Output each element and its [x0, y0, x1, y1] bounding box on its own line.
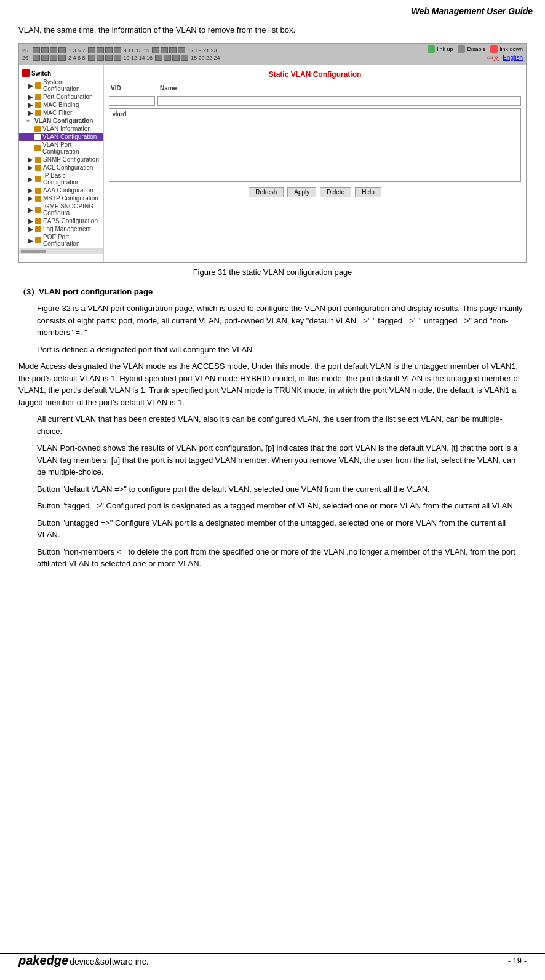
sidebar-item-vlan-info[interactable]: VLAN Information — [19, 125, 103, 133]
port-icon — [33, 55, 40, 61]
brand-rest: device&software inc. — [70, 957, 148, 966]
name-input[interactable] — [157, 96, 521, 106]
expand-icon: ▼ — [25, 118, 31, 124]
port-grid: 25 1 3 5 7 9 11 13 15 17 19 21 23 — [22, 47, 221, 61]
sidebar-scroll-area — [19, 248, 103, 254]
sidebar-item-acl[interactable]: ▶ ACL Configuration — [19, 164, 103, 172]
sidebar-item-mstp[interactable]: ▶ MSTP Configuration — [19, 194, 103, 202]
sidebar-item-vlan-port-config[interactable]: VLAN Port Configuration — [19, 141, 103, 156]
sidebar-label: VLAN Information — [42, 125, 91, 132]
lang-en-button[interactable]: English — [503, 54, 523, 63]
sidebar-label: SNMP Configuration — [43, 156, 99, 163]
port-icon — [169, 47, 177, 53]
section-para-4: VLAN Port-owned shows the results of VLA… — [37, 442, 527, 478]
sidebar-item-aaa[interactable]: ▶ AAA Configuration — [19, 186, 103, 194]
sidebar-item-log[interactable]: ▶ Log Management — [19, 225, 103, 233]
link-down-label: link down — [499, 46, 523, 52]
port-icon — [181, 55, 188, 61]
folder-icon — [35, 218, 41, 224]
expand-icon: ▶ — [28, 207, 33, 213]
port-icon — [178, 47, 185, 53]
right-panel: Static VLAN Configuration VID Name vlan1 — [104, 65, 526, 262]
folder-icon — [35, 165, 41, 171]
disable-label: Disable — [467, 46, 485, 52]
sidebar-label: VLAN Port Configuration — [42, 141, 100, 155]
port-icon — [155, 55, 162, 61]
disable-icon — [458, 45, 465, 53]
sidebar-item-port-config[interactable]: ▶ Port Configuration — [19, 93, 103, 101]
page-icon — [34, 134, 41, 140]
folder-icon — [35, 102, 41, 108]
page-icon — [34, 126, 41, 132]
help-button[interactable]: Help — [355, 187, 381, 197]
port-icon — [172, 55, 180, 61]
expand-icon: ▶ — [28, 82, 33, 89]
sidebar-item-snmp[interactable]: ▶ SNMP Configuration — [19, 156, 103, 164]
scrollbar-thumb[interactable] — [21, 250, 46, 253]
expand-icon: ▶ — [28, 101, 33, 108]
col-vid-header: VID — [109, 84, 158, 93]
expand-icon: ▶ — [28, 237, 33, 244]
section-para-0: Figure 32 is a VLAN port configuration p… — [37, 302, 527, 339]
sidebar-item-vlan-config[interactable]: VLAN Configuration — [19, 133, 103, 141]
sidebar-label: Port Configuration — [43, 93, 93, 100]
nav-right-panel: link up Disable link down 中文 English — [428, 45, 523, 63]
vlan-list-box[interactable]: vlan1 — [109, 108, 521, 182]
apply-button[interactable]: Apply — [287, 187, 316, 197]
section-para-7: Button "untagged =>" Configure VLAN port… — [37, 517, 527, 541]
section-para-1: Port is defined a designated port that w… — [37, 344, 527, 356]
section-number: （3） — [18, 287, 39, 296]
sidebar-item-mac-filter[interactable]: ▶ MAC Filter — [19, 109, 103, 117]
folder-icon — [35, 237, 41, 243]
folder-icon — [35, 157, 41, 163]
link-down-icon — [490, 45, 498, 53]
col-name-header: Name — [158, 84, 521, 93]
sidebar-item-poe[interactable]: ▶ POE Port Configuration — [19, 233, 103, 248]
scrollbar[interactable] — [19, 248, 103, 254]
expand-icon: ▶ — [28, 109, 33, 116]
expand-icon: ▶ — [28, 156, 33, 163]
link-up-status: link up — [428, 45, 453, 53]
sidebar-title: Switch — [31, 70, 51, 77]
brand-pakedge: pakedge — [18, 954, 68, 968]
delete-button[interactable]: Delete — [320, 187, 351, 197]
sidebar-label: MAC Filter — [43, 109, 72, 116]
vlan-list-item[interactable]: vlan1 — [111, 110, 519, 118]
port-icon — [114, 55, 121, 61]
sidebar-item-mac-binding[interactable]: ▶ MAC Binding — [19, 101, 103, 109]
button-row: Refresh Apply Delete Help — [109, 187, 521, 197]
switch-icon — [22, 69, 30, 77]
screenshot-main: Switch ▶ System Configuration ▶ Port Con… — [19, 65, 526, 262]
footer-logo: pakedge device&software inc. — [18, 954, 149, 968]
input-row — [109, 96, 521, 106]
expand-icon: ▶ — [28, 176, 33, 183]
vid-input[interactable] — [109, 96, 155, 106]
page-footer: pakedge device&software inc. - 19 - — [0, 953, 545, 968]
port-icon — [105, 55, 113, 61]
sidebar-item-eaps[interactable]: ▶ EAPS Configuration — [19, 217, 103, 225]
folder-icon — [35, 196, 41, 202]
sidebar-item-system-config[interactable]: ▶ System Configuration — [19, 78, 103, 93]
port-icon — [41, 55, 49, 61]
sidebar-item-ip-basic[interactable]: ▶ IP Basic Configuration — [19, 172, 103, 186]
expand-icon: ▶ — [28, 187, 33, 194]
link-up-label: link up — [437, 46, 453, 52]
port-icon — [50, 55, 57, 61]
language-buttons: 中文 English — [487, 54, 523, 63]
sidebar-item-igmp[interactable]: ▶ IGMP SNOOPING Configura — [19, 202, 103, 217]
page-header: Web Management User Guide — [0, 0, 545, 19]
refresh-button[interactable]: Refresh — [249, 187, 284, 197]
folder-icon — [35, 94, 41, 100]
folder-icon — [35, 188, 41, 194]
port-icon — [41, 47, 49, 53]
port-icon — [164, 55, 171, 61]
port-icon — [105, 47, 113, 53]
sidebar-label: ACL Configuration — [43, 164, 93, 171]
section-heading: （3）VLAN port configuration page — [18, 286, 527, 298]
sidebar-label: MSTP Configuration — [43, 195, 98, 202]
sidebar-label: AAA Configuration — [43, 187, 93, 194]
expand-icon: ▶ — [28, 195, 33, 202]
lang-cn-button[interactable]: 中文 — [487, 54, 499, 63]
sidebar-group-vlan[interactable]: ▼ VLAN Configuration — [19, 117, 103, 125]
expand-icon: ▶ — [28, 226, 33, 232]
